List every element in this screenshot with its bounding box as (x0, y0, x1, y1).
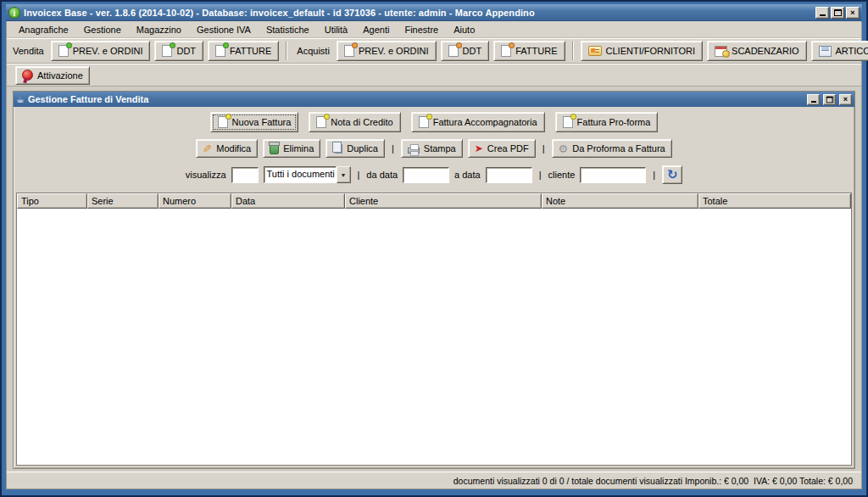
menu-gestione-iva[interactable]: Gestione IVA (190, 23, 258, 36)
document-icon (419, 116, 429, 128)
column-header-data[interactable]: Data (231, 193, 345, 209)
inner-minimize-button[interactable] (807, 94, 820, 105)
minimize-button[interactable] (815, 7, 829, 19)
acquisti-prev-ordini-button[interactable]: PREV. e ORDINI (337, 41, 437, 61)
separator: | (651, 170, 657, 180)
refresh-icon: ↻ (667, 169, 678, 181)
orange-dot-icon (456, 42, 462, 48)
invoicex-app-icon (8, 7, 20, 19)
da-proforma-a-fattura-button[interactable]: ⚙ Da Proforma a Fattura (552, 139, 672, 158)
cliente-label: cliente (548, 170, 576, 180)
menu-anagrafiche[interactable]: Anagrafiche (12, 23, 75, 36)
document-icon (162, 45, 172, 57)
close-icon: × (850, 8, 854, 17)
yellow-dot-icon (225, 114, 231, 120)
gear-icon: ⚙ (559, 143, 569, 154)
tipo-documento-select[interactable]: Tutti i documenti ▼ (264, 166, 351, 183)
documents-table: Tipo Serie Numero Data Cliente Note Tota… (16, 193, 852, 466)
pdf-arrow-icon: ➤ (475, 143, 483, 154)
inner-window-titlebar[interactable]: ☕ Gestione Fatture di Vendita × (14, 92, 854, 107)
contact-card-icon (588, 46, 602, 56)
minimize-icon (811, 101, 816, 103)
nuova-fattura-button[interactable]: Nuova Fattura (210, 112, 299, 132)
secondary-toolbar: Attivazione (7, 64, 861, 87)
yellow-dot-icon (426, 114, 432, 120)
elimina-button[interactable]: Elimina (263, 139, 320, 158)
status-bar: documenti visualizzati 0 di 0 / totale d… (7, 472, 861, 489)
crea-pdf-button[interactable]: ➤ Crea PDF (468, 139, 536, 158)
document-icon (344, 45, 354, 57)
vendita-prev-ordini-button[interactable]: PREV. e ORDINI (51, 41, 151, 61)
a-data-label: a data (454, 170, 481, 180)
column-header-numero[interactable]: Numero (159, 193, 231, 209)
articoli-button[interactable]: ARTICOLI (811, 41, 868, 61)
rosette-seal-icon (22, 70, 33, 81)
modifica-button[interactable]: ✎ Modifica (196, 139, 258, 158)
orange-dot-icon (352, 42, 358, 48)
column-header-note[interactable]: Note (542, 193, 698, 209)
inner-window-title: Gestione Fatture di Vendita (28, 94, 804, 104)
inner-close-button[interactable]: × (839, 94, 852, 105)
clienti-fornitori-button[interactable]: CLIENTI/FORNITORI (581, 41, 704, 61)
document-icon (316, 116, 326, 128)
secondary-actions-row: ✎ Modifica Elimina Duplica | (15, 139, 853, 158)
minimize-icon (820, 14, 826, 16)
close-button[interactable]: × (846, 7, 860, 19)
scadenzario-button[interactable]: SCADENZARIO (707, 41, 806, 61)
inner-restore-button[interactable] (823, 94, 836, 105)
separator: | (541, 143, 547, 154)
column-header-totale[interactable]: Totale (698, 193, 851, 209)
chevron-down-icon[interactable]: ▼ (337, 166, 351, 183)
printer-icon (408, 148, 420, 154)
yellow-dot-icon (570, 114, 576, 120)
duplica-button[interactable]: Duplica (326, 139, 385, 158)
table-header-row: Tipo Serie Numero Data Cliente Note Tota… (17, 193, 851, 209)
da-data-label: da data (366, 170, 398, 180)
inner-window-content: Nuova Fattura Nota di Credito Fattura Ac… (14, 107, 854, 468)
tipo-documento-value: Tutti i documenti (264, 166, 337, 183)
acquisti-fatture-button[interactable]: FATTURE (493, 41, 565, 61)
menu-utilita[interactable]: Utilità (318, 23, 355, 36)
green-dot-icon (170, 42, 175, 48)
close-icon: × (843, 95, 848, 103)
stampa-button[interactable]: Stampa (401, 139, 463, 158)
menu-statistiche[interactable]: Statistiche (259, 23, 316, 36)
vendita-ddt-button[interactable]: DDT (154, 41, 203, 61)
acquisti-label: Acquisti (294, 46, 332, 56)
column-header-tipo[interactable]: Tipo (17, 193, 87, 209)
da-data-input[interactable] (403, 167, 449, 183)
window-title: Invoicex Base - ver. 1.8.6 (2014-10-02) … (24, 8, 812, 18)
nota-di-credito-button[interactable]: Nota di Credito (309, 112, 400, 132)
acquisti-ddt-button[interactable]: DDT (441, 41, 490, 61)
fattura-accompagnatoria-button[interactable]: Fattura Accompagnatoria (411, 112, 545, 132)
restore-icon (826, 96, 833, 103)
attivazione-button[interactable]: Attivazione (15, 66, 90, 85)
a-data-input[interactable] (486, 167, 532, 183)
green-dot-icon (223, 42, 229, 48)
application-window: Invoicex Base - ver. 1.8.6 (2014-10-02) … (2, 2, 866, 495)
column-header-serie[interactable]: Serie (87, 193, 159, 209)
menu-finestre[interactable]: Finestre (398, 23, 445, 36)
visualizza-label: visualizza (186, 170, 226, 180)
mdi-desktop: ☕ Gestione Fatture di Vendita × Nuova Fa… (7, 87, 861, 472)
menu-aiuto[interactable]: Aiuto (447, 23, 481, 36)
fattura-proforma-button[interactable]: Fattura Pro-forma (555, 112, 659, 132)
gestione-fatture-window: ☕ Gestione Fatture di Vendita × Nuova Fa… (13, 91, 855, 469)
separator: | (356, 170, 362, 180)
menu-magazzino[interactable]: Magazzino (130, 23, 188, 36)
cliente-input[interactable] (580, 167, 646, 183)
vendita-fatture-button[interactable]: FATTURE (208, 41, 279, 61)
maximize-button[interactable] (831, 7, 844, 19)
visualizza-input[interactable] (231, 167, 259, 183)
menu-agenti[interactable]: Agenti (356, 23, 396, 36)
document-icon (501, 45, 511, 57)
orange-dot-icon (509, 42, 515, 48)
toolbar-separator (572, 42, 574, 60)
app-client-area: Anagrafiche Gestione Magazzino Gestione … (6, 21, 862, 489)
column-header-cliente[interactable]: Cliente (345, 193, 542, 209)
window-titlebar[interactable]: Invoicex Base - ver. 1.8.6 (2014-10-02) … (6, 4, 862, 21)
table-body-empty[interactable] (17, 209, 851, 465)
refresh-button[interactable]: ↻ (662, 165, 682, 184)
document-icon (563, 116, 573, 128)
menu-gestione[interactable]: Gestione (77, 23, 128, 36)
